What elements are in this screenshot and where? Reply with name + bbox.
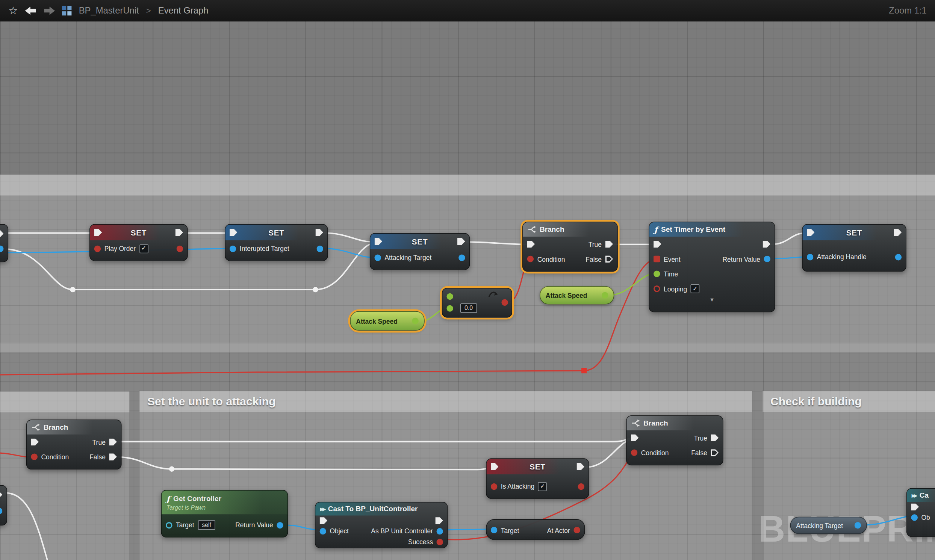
exec-in-pin[interactable] [491, 463, 499, 470]
target-self-field[interactable]: self [198, 520, 215, 529]
exec-out-pin[interactable] [762, 240, 770, 248]
node-get-attack-speed-upper[interactable]: Attack Speed [540, 286, 614, 305]
looping-pin[interactable] [653, 285, 660, 292]
exec-out-pin[interactable] [175, 229, 183, 236]
output-pin[interactable] [895, 254, 901, 260]
output-pin[interactable] [317, 245, 323, 252]
comment-header[interactable] [0, 175, 935, 196]
exec-out-pin[interactable] [894, 229, 902, 236]
comment-box-left-partial[interactable] [0, 391, 130, 560]
node-get-attack-speed-lower[interactable]: Attack Speed [350, 311, 424, 331]
float-value-field[interactable]: 0.0 [461, 303, 477, 313]
exec-out-pin[interactable] [0, 491, 2, 498]
comment-header[interactable]: Check if building [762, 391, 935, 412]
exec-true-pin[interactable] [109, 438, 117, 445]
node-partial-cast-right[interactable]: ▸▸ Ca Ob [906, 488, 935, 537]
input-pin-attacking-handle[interactable] [807, 254, 813, 260]
exec-out-pin[interactable] [576, 463, 584, 470]
input-pin-a[interactable] [447, 293, 453, 300]
node-cast-to-bp-unitcontroller[interactable]: ▸▸ Cast To BP_UnitController Object As B… [315, 502, 448, 548]
exec-in-pin[interactable] [631, 434, 639, 441]
node-target-at-actor[interactable]: Target At Actor [486, 519, 585, 540]
object-pin[interactable] [911, 514, 918, 520]
time-pin[interactable] [653, 271, 660, 277]
node-set-attacking-handle[interactable]: SET Attacking Handle [802, 224, 906, 272]
favorite-star-icon[interactable]: ☆ [8, 5, 18, 16]
target-pin[interactable] [491, 527, 497, 533]
node-set-timer-by-event[interactable]: ƒ Set Timer by Event Event Return Value … [648, 222, 775, 312]
result-pin[interactable] [501, 299, 508, 306]
exec-false-pin[interactable] [109, 453, 117, 460]
at-actor-pin[interactable] [573, 527, 580, 533]
exec-in-pin[interactable] [374, 238, 382, 245]
exec-out-pin[interactable] [457, 238, 465, 245]
exec-in-pin[interactable] [527, 240, 535, 248]
pin-label-condition: Condition [641, 449, 669, 456]
exec-in-pin[interactable] [94, 229, 102, 236]
output-pin[interactable] [0, 245, 4, 252]
variable-label: Attack Speed [356, 317, 397, 325]
node-title: SET [487, 462, 588, 471]
exec-in-pin[interactable] [31, 438, 39, 445]
node-get-attacking-target[interactable]: Attacking Target [790, 517, 867, 534]
target-pin[interactable] [166, 522, 172, 528]
exec-in-pin[interactable] [319, 517, 327, 524]
node-branch-lower-left[interactable]: Branch True Condition False [26, 420, 122, 469]
back-button[interactable] [25, 6, 37, 15]
node-set-play-order[interactable]: SET Play Order ✓ [89, 224, 188, 261]
condition-pin[interactable] [631, 449, 638, 455]
exec-out-pin[interactable] [435, 517, 443, 524]
node-header: SET [225, 225, 327, 240]
looping-checkbox[interactable]: ✓ [691, 284, 700, 293]
graph-background-upper[interactable] [0, 22, 935, 174]
exec-in-pin[interactable] [653, 240, 661, 248]
return-value-pin[interactable] [764, 256, 770, 262]
node-set-interupted-target[interactable]: SET Interupted Target [225, 224, 328, 261]
input-pin-b[interactable] [447, 305, 453, 311]
as-bp-unit-controller-pin[interactable] [436, 528, 443, 534]
node-set-attacking-target[interactable]: SET Attacking Target [370, 233, 470, 270]
exec-false-pin[interactable] [711, 449, 719, 456]
breadcrumb-graph[interactable]: Event Graph [158, 5, 209, 15]
input-pin-play-order[interactable] [94, 245, 101, 252]
output-pin[interactable] [412, 318, 418, 324]
comment-header[interactable]: Set the unit to attacking [139, 391, 752, 412]
exec-true-pin[interactable] [605, 240, 613, 248]
input-pin-is-attacking[interactable] [491, 483, 497, 489]
exec-out-pin[interactable] [0, 230, 4, 237]
success-pin[interactable] [436, 538, 443, 545]
exec-in-pin[interactable] [807, 229, 815, 236]
node-partial-left-top[interactable] [0, 224, 8, 263]
condition-pin[interactable] [527, 256, 534, 262]
node-branch-top[interactable]: Branch True Condition False [522, 222, 618, 272]
output-pin[interactable] [0, 508, 2, 514]
blueprint-editor[interactable]: ☆ BP_MasterUnit > Event Graph Zoom 1:1 S… [0, 0, 935, 560]
node-branch-lower-right[interactable]: Branch True Condition False [626, 415, 723, 465]
node-set-is-attacking[interactable]: SET Is Attacking ✓ [486, 458, 589, 499]
exec-false-pin[interactable] [605, 255, 613, 263]
output-pin[interactable] [602, 292, 608, 298]
object-pin[interactable] [319, 528, 326, 534]
exec-out-pin[interactable] [315, 229, 323, 236]
is-attacking-checkbox[interactable]: ✓ [538, 482, 547, 491]
output-pin[interactable] [177, 245, 183, 252]
node-get-controller[interactable]: ƒ Get Controller Target is Pawn Target s… [161, 490, 288, 537]
condition-pin[interactable] [31, 454, 38, 460]
output-pin[interactable] [578, 483, 584, 489]
forward-button[interactable] [43, 6, 55, 15]
output-pin[interactable] [855, 522, 861, 528]
collapse-arrow-icon[interactable]: ▼ [649, 296, 775, 305]
exec-in-pin[interactable] [911, 503, 919, 511]
breadcrumb-blueprint[interactable]: BP_MasterUnit [79, 5, 139, 15]
node-float-compare[interactable]: 0.0 [442, 288, 512, 317]
node-partial-left-bottom[interactable] [0, 485, 7, 526]
input-pin-attacking-target[interactable] [374, 254, 381, 261]
play-order-checkbox[interactable]: ✓ [139, 244, 148, 253]
input-pin-interupted-target[interactable] [230, 245, 236, 252]
event-delegate-pin[interactable] [653, 256, 660, 262]
output-pin[interactable] [459, 254, 465, 261]
exec-true-pin[interactable] [711, 434, 719, 441]
comment-header[interactable] [0, 391, 129, 412]
return-value-pin[interactable] [277, 522, 283, 528]
exec-in-pin[interactable] [230, 229, 237, 236]
